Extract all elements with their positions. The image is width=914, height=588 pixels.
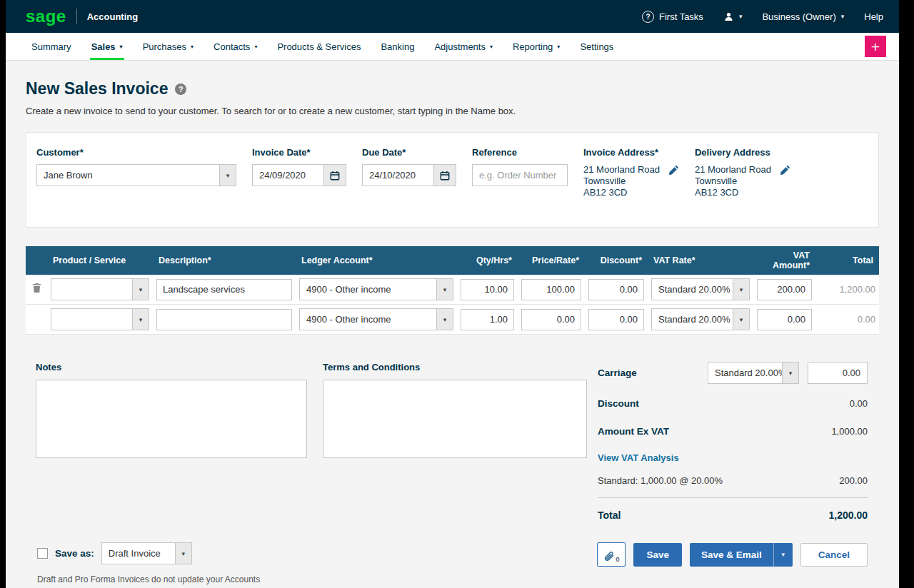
chevron-down-icon[interactable]: ▾ [132, 279, 149, 300]
help-circle-icon: ? [642, 11, 654, 23]
price-input[interactable] [521, 279, 581, 300]
nav-banking[interactable]: Banking [371, 33, 424, 60]
invoice-address: 21 Moorland Road Townsville AB12 3CD [583, 164, 679, 198]
action-buttons: 0 Save Save & Email ▾ Cancel [597, 542, 868, 567]
vat-rate-select[interactable]: Standard 20.00% ▾ [651, 308, 750, 330]
price-input[interactable] [521, 309, 581, 330]
product-service-select[interactable]: ▾ [51, 278, 149, 300]
chevron-down-icon[interactable]: ▾ [773, 543, 793, 567]
nav-reporting[interactable]: Reporting▾ [503, 33, 570, 60]
product-service-value [51, 279, 132, 300]
table-row: ▾ 4900 - Other income ▾ [26, 305, 879, 335]
terms-textarea[interactable] [323, 380, 587, 458]
divider [76, 9, 77, 24]
chevron-down-icon[interactable]: ▾ [132, 309, 149, 330]
discount-input[interactable] [588, 279, 644, 300]
chevron-down-icon[interactable]: ▾ [733, 309, 749, 330]
vat-rate-value: Standard 20.00% [652, 279, 733, 300]
top-bar: sage Accounting ? First Tasks ▾ Business… [6, 0, 899, 33]
customer-field: Customer* Jane Brown ▾ [36, 147, 236, 198]
nav-contacts[interactable]: Contacts▾ [204, 33, 267, 60]
invoice-date-input[interactable] [252, 164, 324, 186]
calendar-icon[interactable] [324, 164, 346, 186]
chevron-down-icon[interactable]: ▾ [733, 279, 749, 300]
address-line: Townsville [695, 176, 790, 187]
edit-pencil-icon[interactable] [780, 165, 790, 176]
col-total: Total [815, 246, 879, 275]
nav-purchases[interactable]: Purchases▾ [133, 33, 204, 60]
vat-amount-input[interactable] [757, 279, 812, 300]
save-as-checkbox[interactable] [37, 548, 48, 559]
customer-select[interactable]: Jane Brown ▾ [36, 164, 236, 186]
vat-breakdown-value: 200.00 [839, 475, 868, 486]
terms-field: Terms and Conditions [323, 362, 587, 521]
user-icon [723, 11, 734, 22]
help-link[interactable]: Help [864, 11, 883, 22]
carriage-vat-select[interactable]: Standard 20.00% ▾ [708, 362, 799, 384]
address-line: Townsville [583, 176, 679, 187]
amount-ex-vat-label: Amount Ex VAT [598, 426, 669, 437]
discount-input[interactable] [588, 309, 644, 330]
description-input[interactable] [156, 309, 292, 330]
col-vat-amount: VAT Amount* [753, 246, 815, 275]
save-email-button[interactable]: Save & Email [690, 543, 773, 567]
invoice-date-group [252, 164, 346, 186]
delivery-address-label: Delivery Address [695, 147, 790, 158]
discount-label[interactable]: Discount [598, 398, 639, 409]
attachment-button[interactable]: 0 [597, 542, 626, 567]
reference-input[interactable] [472, 164, 568, 186]
page-help-icon[interactable]: ? [175, 83, 186, 95]
nav-label: Products & Services [277, 41, 361, 52]
chevron-down-icon: ▾ [191, 44, 194, 50]
ledger-account-select[interactable]: 4900 - Other income ▾ [299, 308, 453, 330]
carriage-amount-input[interactable] [808, 362, 868, 384]
page-title-row: New Sales Invoice ? [26, 79, 879, 98]
nav-sales[interactable]: Sales▾ [81, 33, 133, 60]
address-line: AB12 3CD [695, 187, 790, 198]
edit-pencil-icon[interactable] [668, 165, 679, 176]
save-as-select[interactable]: Draft Invoice ▾ [101, 542, 192, 564]
help-label: Help [864, 11, 883, 22]
sage-logo: sage [26, 8, 66, 25]
business-menu-button[interactable]: Business (Owner) ▾ [762, 11, 844, 22]
chevron-down-icon[interactable]: ▾ [219, 165, 236, 186]
save-button[interactable]: Save [633, 543, 682, 567]
vat-amount-input[interactable] [757, 309, 812, 330]
chevron-down-icon[interactable]: ▾ [175, 543, 191, 564]
vat-rate-select[interactable]: Standard 20.00% ▾ [651, 278, 750, 300]
description-input[interactable] [156, 279, 292, 300]
nav-label: Sales [91, 41, 116, 52]
due-date-input[interactable] [362, 164, 434, 186]
total-value: 1,200.00 [829, 510, 868, 521]
chevron-down-icon[interactable]: ▾ [782, 363, 798, 383]
nav-settings[interactable]: Settings [570, 33, 623, 60]
delete-row-icon[interactable] [31, 283, 42, 293]
calendar-icon[interactable] [434, 164, 456, 186]
qty-input[interactable] [461, 279, 514, 300]
quick-add-button[interactable]: + [865, 36, 886, 57]
carriage-label: Carriage [598, 368, 637, 378]
lower-section: Notes Terms and Conditions Carriage Stan… [26, 362, 879, 521]
due-date-label: Due Date* [362, 147, 456, 158]
paperclip-icon [603, 552, 615, 563]
nav-summary[interactable]: Summary [21, 33, 81, 60]
cancel-button[interactable]: Cancel [800, 543, 868, 567]
terms-label: Terms and Conditions [323, 362, 587, 372]
ledger-account-select[interactable]: 4900 - Other income ▾ [299, 278, 453, 300]
first-tasks-button[interactable]: ? First Tasks [642, 11, 703, 23]
ledger-account-value: 4900 - Other income [300, 279, 436, 300]
notes-textarea[interactable] [36, 380, 307, 458]
delivery-address-field: Delivery Address 21 Moorland Road Townsv… [695, 147, 790, 198]
chevron-down-icon[interactable]: ▾ [436, 279, 453, 300]
user-menu-button[interactable]: ▾ [723, 11, 743, 22]
col-qty: Qty/Hrs* [457, 246, 518, 275]
nav-products-services[interactable]: Products & Services [267, 33, 371, 60]
nav-adjustments[interactable]: Adjustments▾ [424, 33, 503, 60]
app-window: sage Accounting ? First Tasks ▾ Business… [6, 0, 899, 588]
vat-rate-value: Standard 20.00% [652, 309, 733, 330]
reference-label: Reference [472, 147, 568, 158]
chevron-down-icon[interactable]: ▾ [436, 309, 453, 330]
product-service-select[interactable]: ▾ [51, 308, 149, 330]
qty-input[interactable] [461, 309, 514, 330]
view-vat-analysis-link[interactable]: View VAT Analysis [598, 452, 679, 463]
